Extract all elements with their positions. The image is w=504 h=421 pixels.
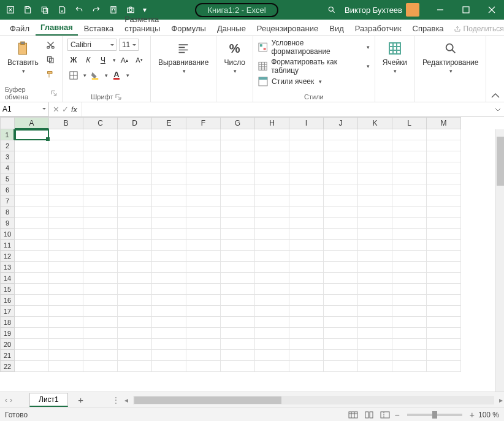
cell[interactable] xyxy=(221,317,255,328)
cell[interactable] xyxy=(15,306,49,317)
fx-icon[interactable]: fx xyxy=(71,105,77,114)
borders-icon[interactable] xyxy=(67,69,80,82)
cell[interactable] xyxy=(49,350,83,361)
font-size-combo[interactable]: 11 xyxy=(119,39,139,51)
cell[interactable] xyxy=(83,361,118,372)
user-profile[interactable]: Виктор Бухтеев xyxy=(345,3,419,17)
cell[interactable] xyxy=(152,262,186,273)
row-header[interactable]: 20 xyxy=(0,339,15,350)
row-header[interactable]: 18 xyxy=(0,317,15,328)
cell[interactable] xyxy=(15,151,49,162)
cell[interactable] xyxy=(289,240,324,251)
chevron-down-icon[interactable]: ▾ xyxy=(83,72,86,78)
cell[interactable] xyxy=(255,151,289,162)
cell[interactable] xyxy=(392,295,427,306)
cell[interactable] xyxy=(152,151,186,162)
cell[interactable] xyxy=(358,328,392,339)
minimize-button[interactable] xyxy=(432,3,449,17)
cell[interactable] xyxy=(358,262,392,273)
fill-color-icon[interactable] xyxy=(89,69,101,82)
cell[interactable] xyxy=(49,339,83,350)
cell[interactable] xyxy=(255,262,289,273)
scroll-right-icon[interactable]: ▸ xyxy=(498,396,504,404)
zoom-out-icon[interactable]: − xyxy=(395,410,400,420)
close-button[interactable] xyxy=(483,3,500,17)
cell[interactable] xyxy=(83,229,118,240)
cell[interactable] xyxy=(15,350,49,361)
cell[interactable] xyxy=(289,262,324,273)
cell[interactable] xyxy=(49,295,83,306)
cell[interactable] xyxy=(152,273,186,284)
cell[interactable] xyxy=(186,361,221,372)
cell[interactable] xyxy=(221,195,255,207)
row-header[interactable]: 17 xyxy=(0,306,15,317)
cell[interactable] xyxy=(255,162,289,173)
cell[interactable] xyxy=(392,361,427,372)
cell[interactable] xyxy=(186,339,221,350)
cell[interactable] xyxy=(427,207,461,218)
cell[interactable] xyxy=(15,262,49,273)
cell[interactable] xyxy=(324,173,358,184)
cell[interactable] xyxy=(221,173,255,184)
cell[interactable] xyxy=(324,240,358,251)
select-all-corner[interactable] xyxy=(0,117,15,129)
spreadsheet-grid[interactable]: ABCDEFGHIJKLM 12345678910111213141516171… xyxy=(0,117,504,392)
column-header[interactable]: J xyxy=(324,117,358,129)
cell[interactable] xyxy=(152,284,186,295)
cell[interactable] xyxy=(83,251,118,262)
cell[interactable] xyxy=(186,262,221,273)
cell[interactable] xyxy=(358,273,392,284)
cell[interactable] xyxy=(15,295,49,306)
cell[interactable] xyxy=(255,339,289,350)
column-header[interactable]: E xyxy=(152,117,186,129)
cell[interactable] xyxy=(49,284,83,295)
cell[interactable] xyxy=(289,184,324,195)
cell[interactable] xyxy=(427,328,461,339)
collapse-ribbon-button[interactable] xyxy=(486,36,504,102)
cell[interactable] xyxy=(118,295,152,306)
cell[interactable] xyxy=(289,361,324,372)
cell[interactable] xyxy=(289,129,324,140)
cell[interactable] xyxy=(324,339,358,350)
cell[interactable] xyxy=(358,350,392,361)
cell[interactable] xyxy=(83,173,118,184)
row-header[interactable]: 9 xyxy=(0,218,15,229)
vertical-scrollbar[interactable] xyxy=(495,129,504,392)
page-break-icon[interactable] xyxy=(379,410,391,420)
cell[interactable] xyxy=(221,240,255,251)
cell[interactable] xyxy=(118,218,152,229)
row-header[interactable]: 11 xyxy=(0,240,15,251)
cell[interactable] xyxy=(118,284,152,295)
tab-data[interactable]: Данные xyxy=(212,20,251,36)
column-header[interactable]: K xyxy=(358,117,392,129)
cell[interactable] xyxy=(152,240,186,251)
cell[interactable] xyxy=(83,218,118,229)
cell[interactable] xyxy=(83,317,118,328)
cut-icon[interactable] xyxy=(45,39,57,51)
zoom-level[interactable]: 100 % xyxy=(478,411,499,419)
cell[interactable] xyxy=(324,207,358,218)
cell[interactable] xyxy=(186,195,221,207)
cell[interactable] xyxy=(118,229,152,240)
cell[interactable] xyxy=(49,207,83,218)
font-color-icon[interactable]: A xyxy=(110,69,123,82)
cell[interactable] xyxy=(118,361,152,372)
cell[interactable] xyxy=(358,207,392,218)
cell[interactable] xyxy=(15,317,49,328)
cell[interactable] xyxy=(49,328,83,339)
cell[interactable] xyxy=(289,284,324,295)
cell[interactable] xyxy=(289,173,324,184)
cell[interactable] xyxy=(118,350,152,361)
cell[interactable] xyxy=(324,295,358,306)
cell[interactable] xyxy=(427,295,461,306)
cell[interactable] xyxy=(221,151,255,162)
cell[interactable] xyxy=(358,251,392,262)
calc-icon[interactable] xyxy=(107,3,120,17)
format-painter-icon[interactable] xyxy=(45,68,57,80)
cell[interactable] xyxy=(83,339,118,350)
cell[interactable] xyxy=(255,361,289,372)
cell[interactable] xyxy=(118,328,152,339)
cell[interactable] xyxy=(427,339,461,350)
cell[interactable] xyxy=(221,162,255,173)
cell[interactable] xyxy=(392,229,427,240)
